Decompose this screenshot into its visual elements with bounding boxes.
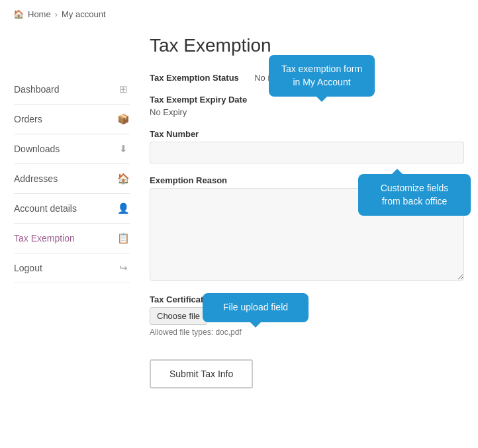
status-label: Tax Exemption Status <box>150 73 239 83</box>
allowed-types-text: Allowed file types: doc,pdf <box>150 328 464 337</box>
sidebar-label-tax-exemption: Tax Exemption <box>14 233 75 244</box>
sidebar-label-account-details: Account details <box>14 203 77 214</box>
sidebar-item-addresses[interactable]: Addresses 🏠 <box>14 164 130 194</box>
choose-file-button[interactable]: Choose file <box>150 307 207 325</box>
breadcrumb-current: My account <box>62 9 105 19</box>
tooltip-customize: Customize fields from back office <box>358 174 471 216</box>
sidebar-item-logout[interactable]: Logout ↪ <box>14 253 130 283</box>
submit-tax-info-button[interactable]: Submit Tax Info <box>150 359 253 388</box>
sidebar-label-downloads: Downloads <box>14 144 60 154</box>
main-content: Tax exemption form in My Account Tax Exe… <box>130 35 464 388</box>
sidebar-label-orders: Orders <box>14 114 42 124</box>
orders-icon: 📦 <box>117 112 130 126</box>
tooltip-file-upload: File upload field <box>203 293 309 322</box>
addresses-icon: 🏠 <box>117 172 130 185</box>
tax-icon: 📋 <box>117 232 130 245</box>
tax-number-label: Tax Number <box>150 129 464 139</box>
page-title: Tax Exemption <box>150 35 464 56</box>
sidebar-item-orders[interactable]: Orders 📦 <box>14 105 130 134</box>
downloads-icon: ⬇ <box>117 142 130 156</box>
dashboard-icon: ⊞ <box>117 83 130 96</box>
sidebar-label-logout: Logout <box>14 263 42 273</box>
breadcrumb-separator: › <box>55 9 58 19</box>
sidebar-item-account-details[interactable]: Account details 👤 <box>14 194 130 224</box>
sidebar-item-downloads[interactable]: Downloads ⬇ <box>14 134 130 164</box>
sidebar-item-dashboard[interactable]: Dashboard ⊞ <box>14 75 130 105</box>
logout-icon: ↪ <box>117 261 130 275</box>
tax-number-input[interactable] <box>150 142 464 163</box>
sidebar-item-tax-exemption[interactable]: Tax Exemption 📋 <box>14 224 130 253</box>
tax-number-group: Tax Number <box>150 129 464 163</box>
home-icon: 🏠 <box>13 9 24 19</box>
sidebar: Dashboard ⊞ Orders 📦 Downloads ⬇ Address… <box>14 35 130 388</box>
sidebar-label-dashboard: Dashboard <box>14 84 60 95</box>
breadcrumb-home[interactable]: Home <box>28 9 51 19</box>
sidebar-label-addresses: Addresses <box>14 173 58 184</box>
expiry-group: Tax Exempt Expiry Date No Expiry <box>150 95 464 117</box>
account-icon: 👤 <box>117 202 130 215</box>
tooltip-tax-form: Tax exemption form in My Account <box>269 55 375 97</box>
breadcrumb: 🏠 Home › My account <box>0 0 478 28</box>
expiry-value: No Expiry <box>150 107 464 117</box>
